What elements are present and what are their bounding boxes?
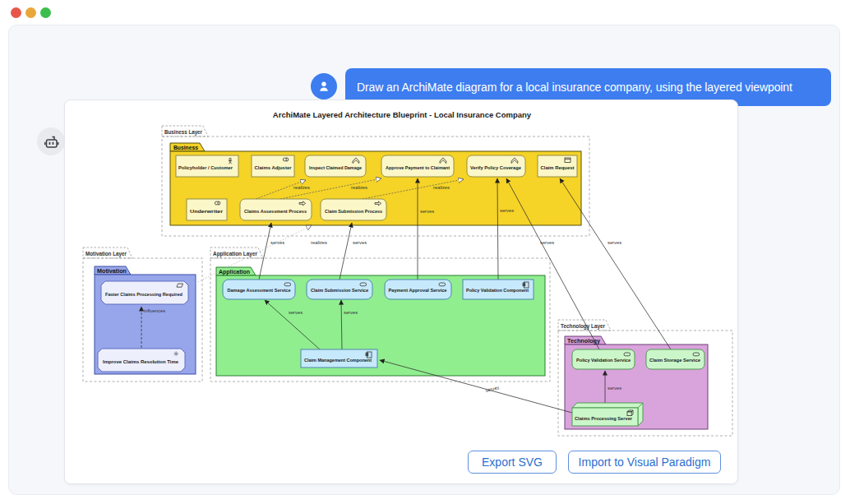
node-claim-management-component: Claim Management Component: [301, 349, 377, 368]
node-claims-processing-server: Claims Processing Server: [572, 403, 643, 426]
relation-label: serves: [420, 209, 434, 214]
application-group-label: Application: [219, 269, 250, 275]
archimate-diagram: ArchiMate Layered Architecture Blueprint…: [65, 100, 739, 485]
svg-text:Faster Claims Processing Requi: Faster Claims Processing Required: [105, 292, 182, 297]
svg-text:Approve Payment to Claimant: Approve Payment to Claimant: [386, 165, 450, 170]
svg-text:Inspect Claimed Damage: Inspect Claimed Damage: [309, 165, 363, 170]
svg-text:Policy Validation Service: Policy Validation Service: [576, 358, 631, 363]
node-verify-policy-coverage: Verify Policy Coverage: [467, 155, 525, 177]
node-inspect-claimed-damage: Inspect Claimed Damage: [305, 155, 366, 177]
svg-text:Claims Processing Server: Claims Processing Server: [575, 416, 633, 421]
chat-panel: Draw an ArchiMate diagram for a local in…: [8, 25, 840, 495]
maximize-window-button[interactable]: [40, 7, 51, 18]
node-policy-validation-component: Policy Validation Component: [463, 280, 534, 299]
motivation-layer-label: Motivation Layer: [85, 251, 127, 257]
bot-avatar: [37, 127, 65, 155]
node-claim-submission-process: Claim Submission Process: [321, 199, 386, 220]
node-claims-adjuster: Claims Adjuster: [252, 155, 294, 177]
diagram-title: ArchiMate Layered Architecture Blueprint…: [273, 110, 532, 119]
relation-label: serves: [353, 240, 367, 245]
node-damage-assessment-service: Damage Assessment Service: [223, 280, 295, 299]
diagram-card: ArchiMate Layered Architecture Blueprint…: [64, 99, 738, 484]
relation-label: serves: [270, 240, 284, 245]
node-improve-claims-resolution-time: Improve Claims Resolution Time: [98, 349, 185, 372]
svg-text:Claim Management Component: Claim Management Component: [304, 358, 372, 363]
node-policyholder-customer: Policyholder / Customer: [176, 155, 238, 177]
svg-text:Claim Submission Process: Claim Submission Process: [325, 209, 383, 214]
relation-label: realizes: [293, 185, 310, 190]
svg-text:Policyholder / Customer: Policyholder / Customer: [178, 165, 233, 170]
svg-text:Claims Assessment Process: Claims Assessment Process: [244, 209, 307, 214]
svg-text:Damage Assessment Service: Damage Assessment Service: [228, 288, 292, 293]
node-underwriter: Underwriter: [187, 199, 227, 220]
technology-group-label: Technology: [567, 338, 600, 344]
business-layer-label: Business Layer: [164, 129, 202, 136]
node-policy-validation-service: Policy Validation Service: [572, 349, 635, 369]
relation-label: serves: [289, 310, 303, 315]
svg-text:Underwriter: Underwriter: [190, 209, 224, 214]
svg-text:Claims Adjuster: Claims Adjuster: [255, 165, 293, 170]
relation-label: realizes: [351, 185, 367, 190]
technology-layer-label: Technology Layer: [561, 323, 605, 330]
relation-label: serves: [540, 240, 554, 245]
minimize-window-button[interactable]: [25, 7, 36, 18]
business-group-label: Business: [173, 145, 198, 150]
person-icon: [316, 79, 331, 94]
node-claim-request: Claim Request: [538, 155, 577, 177]
relation-label: realizes: [311, 240, 327, 245]
svg-text:Improve Claims Resolution Time: Improve Claims Resolution Time: [103, 359, 179, 364]
node-faster-claims-processing-required: Faster Claims Processing Required: [101, 281, 188, 304]
import-to-visual-paradigm-button[interactable]: Import to Visual Paradigm: [568, 451, 721, 474]
motivation-group-label: Motivation: [97, 268, 127, 274]
close-window-button[interactable]: [11, 7, 21, 18]
node-claim-storage-service: Claim Storage Service: [646, 349, 704, 369]
svg-text:Verify Policy Coverage: Verify Policy Coverage: [470, 165, 522, 170]
app-window: { "window": { "traffic_lights": { "close…: [0, 0, 850, 504]
export-svg-button[interactable]: Export SVG: [468, 451, 557, 474]
relation-label: serves: [607, 240, 621, 245]
node-claims-assessment-process: Claims Assessment Process: [240, 199, 312, 220]
application-layer-label: Application Layer: [213, 251, 257, 257]
relation-label: serves: [500, 208, 514, 213]
relation-label: realizes: [433, 185, 450, 190]
svg-text:Policy Validation Component: Policy Validation Component: [466, 288, 529, 293]
relation-label: serves: [344, 310, 358, 315]
relation-label: serves: [485, 385, 500, 393]
svg-text:Payment Approval Service: Payment Approval Service: [389, 288, 448, 293]
relation-line: [340, 223, 352, 280]
relation-label: serves: [607, 386, 621, 391]
node-payment-approval-service: Payment Approval Service: [385, 280, 451, 299]
user-message-text: Draw an ArchiMate diagram for a local in…: [357, 81, 792, 94]
node-claim-submission-service: Claim Submission Service: [307, 280, 372, 299]
svg-text:Claim Request: Claim Request: [541, 165, 575, 170]
relation-line: [259, 223, 271, 280]
node-approve-payment-to-claimant: Approve Payment to Claimant: [381, 155, 454, 177]
svg-text:Claim Storage Service: Claim Storage Service: [649, 358, 701, 363]
relation-label: influences: [144, 308, 165, 313]
robot-icon: [43, 133, 60, 150]
svg-text:Claim Submission Service: Claim Submission Service: [311, 288, 369, 293]
user-avatar: [311, 73, 337, 99]
